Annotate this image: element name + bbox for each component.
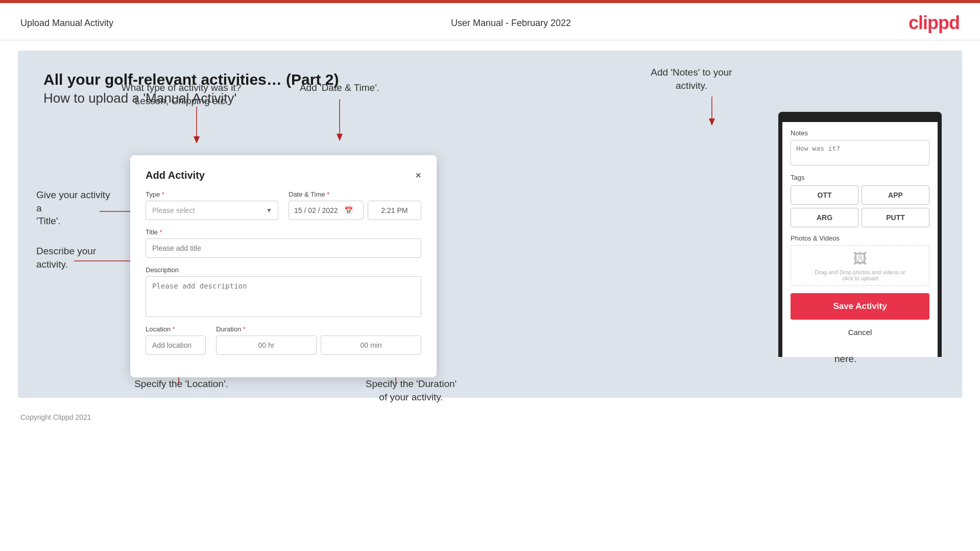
date-value: 15 / 02 / 2022 — [294, 206, 338, 214]
add-activity-dialog: Add Activity × Type * Please select Date… — [130, 155, 437, 377]
time-input[interactable]: 2:21 PM — [368, 201, 421, 220]
annotation-location: Specify the 'Location'. — [125, 377, 237, 391]
type-select[interactable]: Please select — [146, 201, 278, 220]
description-label: Description — [146, 266, 421, 274]
annotation-type: What type of activity was it?Lesson, Chi… — [115, 81, 248, 107]
tag-putt[interactable]: PUTT — [862, 208, 929, 227]
photos-drop-text: Drag and Drop photos and videos or click… — [815, 269, 905, 281]
location-input[interactable] — [146, 336, 206, 355]
footer: Copyright Clippd 2021 — [0, 408, 980, 426]
notes-label: Notes — [791, 129, 929, 137]
tags-label: Tags — [791, 174, 929, 181]
annotation-description: Describe youractivity. — [36, 245, 108, 271]
photo-icon: 🖼 — [853, 250, 867, 267]
annotation-notes: Add 'Notes' to youractivity. — [635, 66, 748, 92]
photos-drop-zone[interactable]: 🖼 Drag and Drop photos and videos or cli… — [791, 245, 929, 286]
tags-grid: OTT APP ARG PUTT — [791, 185, 929, 227]
header: Upload Manual Activity User Manual - Feb… — [0, 3, 980, 40]
logo: clippd — [909, 12, 960, 34]
manual-title: User Manual - February 2022 — [451, 18, 571, 29]
datetime-label: Date & Time * — [289, 190, 421, 198]
notes-input[interactable] — [791, 140, 929, 165]
dialog-title: Add Activity — [146, 170, 205, 181]
page-title: Upload Manual Activity — [20, 18, 113, 29]
photos-label: Photos & Videos — [791, 234, 929, 242]
annotation-datetime: Add 'Date & Time'. — [278, 81, 401, 94]
duration-hr-input[interactable] — [216, 336, 317, 355]
type-label: Type * — [146, 190, 278, 198]
calendar-icon: 📅 — [344, 206, 353, 214]
cancel-button[interactable]: Cancel — [791, 325, 929, 340]
main-content: All your golf-relevant activities… (Part… — [18, 51, 962, 398]
annotation-duration: Specify the 'Duration'of your activity. — [340, 377, 483, 403]
date-input[interactable]: 15 / 02 / 2022 📅 — [289, 201, 364, 220]
save-activity-button[interactable]: Save Activity — [791, 293, 929, 320]
duration-label: Duration * — [216, 325, 421, 333]
tag-ott[interactable]: OTT — [791, 185, 858, 205]
dialog-close-button[interactable]: × — [415, 170, 421, 181]
tag-app[interactable]: APP — [862, 185, 929, 205]
title-label: Title * — [146, 228, 421, 236]
tag-arg[interactable]: ARG — [791, 208, 858, 227]
duration-min-input[interactable] — [321, 336, 421, 355]
phone-panel: Notes Tags OTT APP ARG PUTT Photos & Vid… — [778, 112, 942, 357]
title-input[interactable] — [146, 238, 421, 258]
svg-marker-3 — [337, 134, 343, 141]
annotation-title: Give your activity a'Title'. — [36, 188, 118, 228]
copyright: Copyright Clippd 2021 — [20, 413, 91, 421]
svg-marker-1 — [194, 136, 200, 143]
type-select-wrapper[interactable]: Please select — [146, 201, 278, 220]
location-label: Location * — [146, 325, 206, 333]
description-input[interactable] — [146, 276, 421, 317]
svg-marker-13 — [709, 118, 715, 126]
